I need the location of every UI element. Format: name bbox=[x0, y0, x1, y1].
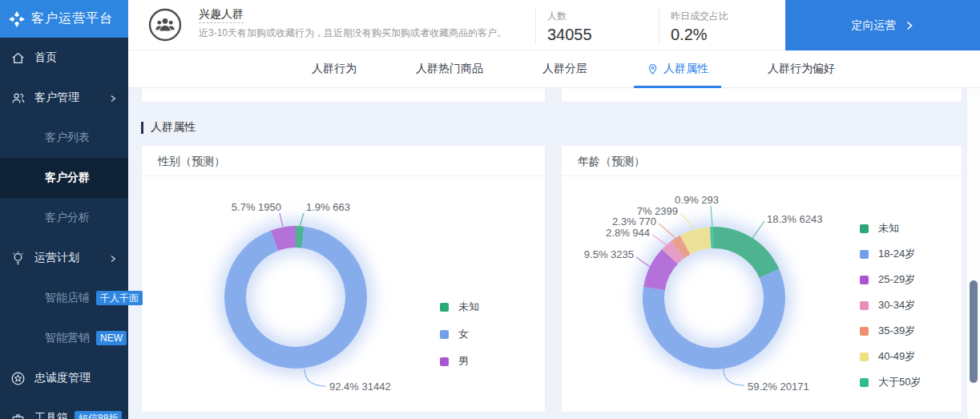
legend-item-age-35-39[interactable]: 35-39岁 bbox=[860, 324, 921, 338]
chevron-right-icon bbox=[108, 253, 118, 266]
sidebar-item-label: 智能店铺 bbox=[45, 291, 90, 305]
legend-item-unknown[interactable]: 未知 bbox=[440, 300, 479, 314]
section-title-bar bbox=[141, 122, 143, 134]
location-pin-icon bbox=[647, 63, 659, 75]
legend-label: 30-34岁 bbox=[878, 298, 915, 312]
legend-swatch bbox=[860, 224, 869, 233]
sidebar-item-customer-segments[interactable]: 客户分群 bbox=[0, 158, 128, 198]
legend-item-unknown[interactable]: 未知 bbox=[860, 221, 921, 236]
group-stats: 人数34055昨日成交占比0.2% bbox=[535, 8, 787, 44]
card-partial-right bbox=[561, 88, 962, 103]
sidebar-item-badge: 千人千面 bbox=[96, 291, 143, 305]
sidebar-item-loyalty-management[interactable]: 忠诚度管理 bbox=[0, 358, 128, 398]
scrollbar-thumb[interactable] bbox=[970, 280, 978, 383]
home-icon bbox=[10, 50, 26, 66]
app-root: 客户运营平台 首页客户管理客户列表客户分群客户分析运营计划智能店铺千人千面智能营… bbox=[0, 0, 980, 419]
legend-item-age-25-29[interactable]: 25-29岁 bbox=[860, 272, 921, 287]
tab-hot-products[interactable]: 人群热门商品 bbox=[416, 50, 483, 87]
legend-swatch bbox=[860, 378, 869, 387]
tab-label: 人群行为 bbox=[312, 62, 357, 76]
slice-callout-unknown: 18.3% 6243 bbox=[767, 213, 822, 225]
legend-label: 男 bbox=[458, 354, 469, 369]
chart-legend: 未知女男 bbox=[440, 300, 479, 369]
slice-callout-age-40-49: 7% 2399 bbox=[637, 205, 678, 217]
targeted-operation-button[interactable]: 定向运营 bbox=[785, 0, 980, 50]
legend-label: 40-49岁 bbox=[878, 349, 915, 364]
sidebar-item-customer-analysis[interactable]: 客户分析 bbox=[0, 198, 128, 238]
sidebar-item-label: 客户分析 bbox=[45, 211, 90, 225]
main-area: 兴趣人群 近3-10天有加购或收藏行为，且近期没有购买加购或者收藏商品的客户。 … bbox=[128, 0, 980, 419]
sidebar-item-customer-management[interactable]: 客户管理 bbox=[0, 78, 128, 118]
legend-label: 未知 bbox=[458, 300, 479, 314]
sidebar-item-label: 客户管理 bbox=[34, 91, 79, 105]
star-circle-icon bbox=[10, 371, 26, 386]
sidebar-nav: 首页客户管理客户列表客户分群客户分析运营计划智能店铺千人千面智能营销NEW忠诚度… bbox=[0, 38, 128, 419]
sidebar-item-label: 首页 bbox=[34, 50, 57, 65]
bulb-icon bbox=[10, 251, 26, 266]
slice-callout-age-30-34: 2.8% 944 bbox=[606, 227, 650, 239]
legend-swatch bbox=[860, 353, 869, 361]
group-name: 兴趣人群 bbox=[199, 7, 244, 23]
tab-behavior[interactable]: 人群行为 bbox=[312, 50, 357, 87]
sidebar-item-home[interactable]: 首页 bbox=[0, 38, 128, 78]
legend-label: 35-39岁 bbox=[878, 324, 915, 338]
sidebar-item-smart-marketing[interactable]: 智能营销NEW bbox=[0, 318, 128, 358]
sidebar-item-smart-shop[interactable]: 智能店铺千人千面 bbox=[0, 278, 128, 318]
sidebar-item-toolbox[interactable]: 工具箱短信88折 bbox=[0, 398, 128, 419]
tab-behavior-preference[interactable]: 人群行为偏好 bbox=[768, 50, 835, 87]
scrollbar-track[interactable] bbox=[966, 88, 980, 419]
sidebar-item-badge: 短信88折 bbox=[75, 411, 122, 419]
stat-label: 昨日成交占比 bbox=[671, 10, 787, 23]
app-logo[interactable]: 客户运营平台 bbox=[0, 0, 128, 38]
slice-callout-age-35-39: 2.3% 770 bbox=[612, 216, 656, 228]
app-logo-icon bbox=[8, 10, 26, 28]
stat-count: 人数34055 bbox=[535, 8, 659, 44]
gender-chart-card: 性别（预测） 1.9% 66392.4% 314425.7% 1950未知女男 bbox=[141, 145, 546, 413]
sidebar-item-label: 工具箱 bbox=[34, 411, 68, 419]
slice-callout-age-18-24: 59.2% 20171 bbox=[748, 381, 809, 393]
legend-swatch bbox=[440, 303, 449, 312]
slice-callout-unknown: 1.9% 663 bbox=[306, 201, 350, 213]
chevron-right-icon bbox=[108, 93, 118, 106]
sidebar-item-label: 客户分群 bbox=[45, 171, 90, 185]
slice-callout-male: 5.7% 1950 bbox=[232, 201, 281, 213]
legend-swatch bbox=[860, 276, 869, 284]
sidebar-item-badge: NEW bbox=[96, 331, 127, 345]
legend-label: 女 bbox=[458, 327, 469, 341]
card-partial-left bbox=[141, 88, 546, 103]
legend-label: 25-29岁 bbox=[878, 272, 915, 287]
tab-label: 人群热门商品 bbox=[416, 62, 483, 76]
group-info: 兴趣人群 近3-10天有加购或收藏行为，且近期没有购买加购或者收藏商品的客户。 bbox=[199, 6, 535, 40]
users-icon bbox=[10, 91, 26, 106]
age-donut-chart: 18.3% 624359.2% 201719.5% 32352.8% 9442.… bbox=[562, 176, 962, 413]
sidebar-item-operation-plan[interactable]: 运营计划 bbox=[0, 238, 128, 278]
stat-value: 34055 bbox=[547, 26, 659, 44]
stat-value: 0.2% bbox=[671, 26, 787, 44]
section-title-row: 人群属性 bbox=[141, 120, 962, 135]
legend-item-age-18-24[interactable]: 18-24岁 bbox=[860, 247, 921, 261]
donut-svg: 1.9% 66392.4% 314425.7% 1950 bbox=[142, 176, 546, 413]
legend-swatch bbox=[860, 250, 869, 259]
group-summary-header: 兴趣人群 近3-10天有加购或收藏行为，且近期没有购买加购或者收藏商品的客户。 … bbox=[128, 0, 980, 50]
chart-legend: 未知18-24岁25-29岁30-34岁35-39岁40-49岁大于50岁 bbox=[860, 221, 921, 389]
scrolled-cards-row bbox=[141, 88, 962, 103]
tab-label: 人群分层 bbox=[542, 62, 587, 76]
age-chart-title: 年龄（预测） bbox=[562, 146, 962, 176]
tab-attributes[interactable]: 人群属性 bbox=[647, 50, 708, 87]
group-description: 近3-10天有加购或收藏行为，且近期没有购买加购或者收藏商品的客户。 bbox=[199, 26, 531, 40]
stat-label: 人数 bbox=[547, 10, 659, 23]
legend-swatch bbox=[440, 357, 449, 366]
tab-label: 人群行为偏好 bbox=[768, 62, 835, 76]
legend-item-male[interactable]: 男 bbox=[440, 354, 479, 369]
legend-item-age-40-49[interactable]: 40-49岁 bbox=[860, 349, 921, 364]
legend-item-age-50plus[interactable]: 大于50岁 bbox=[860, 375, 921, 389]
tab-layering[interactable]: 人群分层 bbox=[542, 50, 587, 87]
legend-item-female[interactable]: 女 bbox=[440, 327, 479, 341]
legend-label: 大于50岁 bbox=[878, 375, 921, 389]
toolbox-icon bbox=[10, 411, 26, 419]
audience-group-icon bbox=[148, 8, 182, 42]
content-area: 人群属性 性别（预测） 1.9% 66392.4% 314425.7% 1950… bbox=[128, 88, 980, 419]
legend-item-age-30-34[interactable]: 30-34岁 bbox=[860, 298, 921, 312]
slice-callout-female: 92.4% 31442 bbox=[329, 381, 391, 393]
sidebar-item-customer-list[interactable]: 客户列表 bbox=[0, 118, 128, 158]
